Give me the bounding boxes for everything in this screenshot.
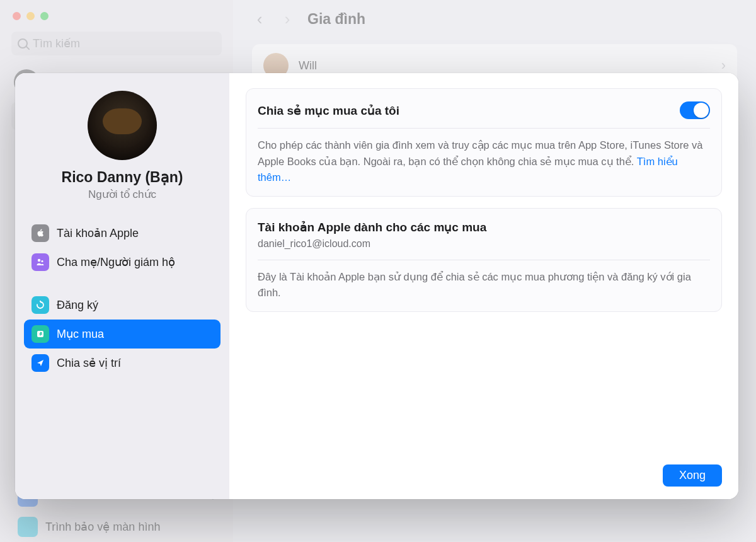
- card-description: Đây là Tài khoản Apple bạn sử dụng để ch…: [258, 260, 710, 301]
- page-title: Gia đình: [307, 11, 365, 28]
- sidebar-item-parent-guardian[interactable]: Cha mẹ/Người giám hộ: [24, 248, 220, 277]
- card-title: Tài khoản Apple dành cho các mục mua: [258, 220, 710, 234]
- subscriptions-icon: [32, 296, 49, 314]
- sidebar-item-label: Chia sẻ vị trí: [57, 356, 121, 370]
- member-name: Will: [299, 59, 711, 72]
- card-description: Cho phép các thành viên gia đình xem và …: [258, 129, 710, 186]
- family-member-modal: Rico Danny (Bạn) Người tổ chức Tài khoản…: [15, 73, 738, 499]
- svg-point-1: [41, 260, 43, 262]
- window-controls[interactable]: [13, 12, 49, 20]
- sidebar-item-label: Mục mua: [57, 327, 104, 341]
- sidebar-item-subscriptions[interactable]: Đăng ký: [24, 291, 220, 320]
- forward-button: ›: [280, 9, 295, 29]
- sidebar-item-label: Trình bảo vệ màn hình: [45, 520, 160, 534]
- done-button[interactable]: Xong: [663, 464, 722, 487]
- chevron-right-icon: ›: [721, 57, 726, 74]
- close-window-icon[interactable]: [13, 12, 21, 20]
- parent-icon: [32, 253, 49, 271]
- sidebar-item-label: Đăng ký: [57, 299, 98, 312]
- profile-avatar: [88, 91, 157, 160]
- back-button[interactable]: ‹: [252, 9, 267, 29]
- apple-logo-icon: [32, 224, 49, 242]
- sidebar-item-label: Tài khoản Apple: [57, 226, 139, 240]
- modal-sidebar: Rico Danny (Bạn) Người tổ chức Tài khoản…: [15, 73, 229, 499]
- screensaver-icon: [18, 517, 38, 537]
- search-input[interactable]: Tìm kiếm: [11, 32, 222, 55]
- minimize-window-icon[interactable]: [26, 12, 35, 20]
- search-placeholder: Tìm kiếm: [33, 37, 80, 50]
- modal-content: Chia sẻ mục mua của tôi Cho phép các thà…: [229, 73, 738, 499]
- sidebar-item-screensaver[interactable]: Trình bảo vệ màn hình: [0, 512, 233, 542]
- sidebar-item-purchases[interactable]: Mục mua: [24, 320, 220, 349]
- sidebar-item-location-sharing[interactable]: Chia sẻ vị trí: [24, 349, 220, 378]
- account-email: daniel_rico1@icloud.com: [258, 238, 710, 250]
- zoom-window-icon[interactable]: [40, 12, 49, 20]
- share-purchases-card: Chia sẻ mục mua của tôi Cho phép các thà…: [246, 88, 722, 197]
- sidebar-item-apple-account[interactable]: Tài khoản Apple: [24, 219, 220, 248]
- svg-point-0: [38, 259, 40, 262]
- apple-account-card: Tài khoản Apple dành cho các mục mua dan…: [246, 208, 722, 312]
- search-icon: [18, 38, 28, 49]
- card-title: Chia sẻ mục mua của tôi: [258, 103, 399, 118]
- purchases-icon: [32, 325, 49, 343]
- profile-name: Rico Danny (Bạn): [15, 169, 229, 186]
- profile-role: Người tổ chức: [15, 188, 229, 201]
- sidebar-item-label: Cha mẹ/Người giám hộ: [57, 255, 175, 269]
- location-icon: [32, 354, 49, 372]
- share-purchases-toggle[interactable]: [680, 101, 710, 119]
